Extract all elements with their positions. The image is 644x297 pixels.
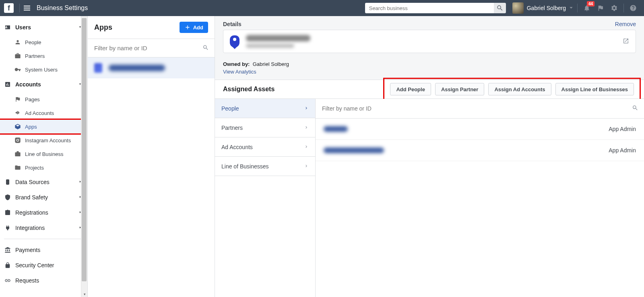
settings-button[interactable] [611, 4, 618, 12]
gear-icon [611, 4, 618, 12]
person-role: App Admin [609, 126, 636, 132]
assigned-filter [316, 99, 644, 119]
instagram-icon [14, 137, 21, 143]
add-button-label: Add [193, 25, 203, 31]
sidebar-item-label: Integrations [15, 225, 45, 231]
tab-partners[interactable]: Partners [215, 118, 315, 137]
sidebar-item-projects[interactable]: Projects [0, 161, 87, 174]
divider [577, 4, 578, 12]
lock-icon [4, 262, 11, 268]
top-bar: f Business Settings Gabriel Solberg 44 [0, 0, 644, 16]
app-icon [94, 63, 102, 73]
app-detail-panel: Details Remove Owned by: Gabriel Solberg… [215, 16, 644, 297]
sidebar-item-system-users[interactable]: System Users [0, 63, 87, 76]
sidebar-item-label: Brand Safety [15, 194, 48, 201]
help-button[interactable] [630, 4, 637, 12]
divider [623, 4, 624, 12]
sidebar-item-brand-safety[interactable]: Brand Safety [0, 190, 87, 205]
sidebar-item-label: Requests [15, 277, 39, 284]
person-name-redacted [324, 126, 348, 132]
divider [19, 4, 20, 12]
apps-filter-input[interactable] [88, 39, 215, 57]
person-role: App Admin [609, 147, 636, 154]
app-icon [230, 35, 239, 47]
sidebar-item-registrations[interactable]: Registrations [0, 205, 87, 220]
open-external-button[interactable] [623, 38, 629, 45]
facebook-logo[interactable]: f [4, 3, 14, 13]
assigned-person-row[interactable]: App Admin [316, 119, 644, 140]
chevron-right-icon [304, 163, 309, 170]
sidebar-section-label: Accounts [15, 81, 41, 88]
user-avatar[interactable] [512, 2, 524, 14]
apps-list-header: Apps Add [88, 16, 215, 39]
tab-ad-accounts[interactable]: Ad Accounts [215, 137, 315, 157]
assigned-filter-input[interactable] [316, 99, 644, 118]
asset-type-tabs: People Partners Ad Accounts Line of Busi… [215, 99, 316, 297]
tab-line-of-businesses[interactable]: Line of Businesses [215, 157, 315, 176]
details-label: Details [223, 21, 242, 27]
user-name[interactable]: Gabriel Solberg [527, 5, 566, 11]
highlight-annotation: Apps [0, 119, 86, 135]
data-icon [4, 179, 11, 185]
scrollbar-thumb[interactable] [82, 18, 87, 281]
global-search [365, 3, 506, 13]
sidebar-item-integrations[interactable]: Integrations [0, 220, 87, 236]
sidebar-item-security-center[interactable]: Security Center [0, 258, 87, 273]
assigned-person-row[interactable]: App Admin [316, 140, 644, 161]
cube-icon [14, 123, 21, 130]
add-app-button[interactable]: Add [180, 22, 208, 33]
sidebar-item-label: Projects [25, 165, 44, 171]
sidebar-item-partners[interactable]: Partners [0, 49, 87, 63]
link-icon [4, 277, 11, 284]
search-button[interactable] [494, 3, 506, 13]
sidebar-item-requests[interactable]: Requests [0, 273, 87, 288]
sidebar-item-label: Data Sources [15, 179, 50, 185]
sidebar-item-label: System Users [25, 67, 58, 73]
sidebar-item-payments[interactable]: Payments [0, 242, 87, 258]
bank-icon [4, 247, 11, 253]
sidebar-item-line-of-business[interactable]: Line of Business [0, 147, 87, 161]
sidebar-item-instagram-accounts[interactable]: Instagram Accounts [0, 133, 87, 147]
shield-icon [4, 194, 11, 201]
sidebar-item-pages[interactable]: Pages [0, 92, 87, 106]
highlight-annotation: Add People Assign Partner Assign Ad Acco… [383, 78, 641, 101]
sidebar-section-label: Users [15, 24, 31, 31]
sidebar-item-data-sources[interactable]: Data Sources [0, 174, 87, 190]
add-people-button[interactable]: Add People [390, 83, 431, 96]
key-icon [14, 66, 21, 73]
assigned-assets-body: People Partners Ad Accounts Line of Busi… [215, 99, 644, 297]
chevron-right-icon [304, 125, 309, 131]
divider [4, 239, 83, 239]
assigned-assets-title: Assigned Assets [223, 86, 275, 93]
chevron-right-icon [304, 105, 309, 112]
apps-list-title: Apps [94, 23, 112, 32]
sidebar-item-label: Security Center [15, 262, 54, 268]
flag-button[interactable] [597, 4, 604, 12]
tab-label: People [221, 105, 239, 112]
sidebar-section-users[interactable]: Users [0, 19, 87, 35]
assign-ad-accounts-button[interactable]: Assign Ad Accounts [488, 83, 551, 96]
search-input[interactable] [365, 3, 494, 13]
assign-line-of-businesses-button[interactable]: Assign Line of Businesses [555, 83, 634, 96]
sidebar-item-label: Partners [25, 53, 45, 59]
sidebar-item-people[interactable]: People [0, 35, 87, 49]
scroll-down-arrow[interactable]: ▾ [84, 292, 86, 296]
sidebar-section-accounts[interactable]: Accounts [0, 76, 87, 92]
sidebar-item-label: People [25, 39, 41, 45]
sidebar-item-ad-accounts[interactable]: Ad Accounts [0, 106, 87, 120]
assign-partner-button[interactable]: Assign Partner [435, 83, 484, 96]
scrollbar-track[interactable]: ▴ ▾ [81, 16, 87, 297]
briefcase-icon [14, 151, 21, 157]
tab-label: Partners [221, 125, 243, 131]
dropdown-caret-icon[interactable] [568, 4, 575, 12]
owned-by-value: Gabriel Solberg [253, 61, 289, 67]
notifications-button[interactable]: 44 [583, 4, 590, 12]
sidebar: Users People Partners System Users Accou… [0, 16, 88, 297]
sidebar-item-label: Pages [25, 96, 40, 102]
menu-hamburger-icon[interactable] [22, 4, 32, 12]
tab-people[interactable]: People [215, 99, 315, 118]
accounts-icon [4, 81, 11, 88]
sidebar-item-apps[interactable]: Apps [0, 120, 85, 133]
app-list-item[interactable] [88, 57, 215, 78]
remove-link[interactable]: Remove [615, 21, 636, 27]
